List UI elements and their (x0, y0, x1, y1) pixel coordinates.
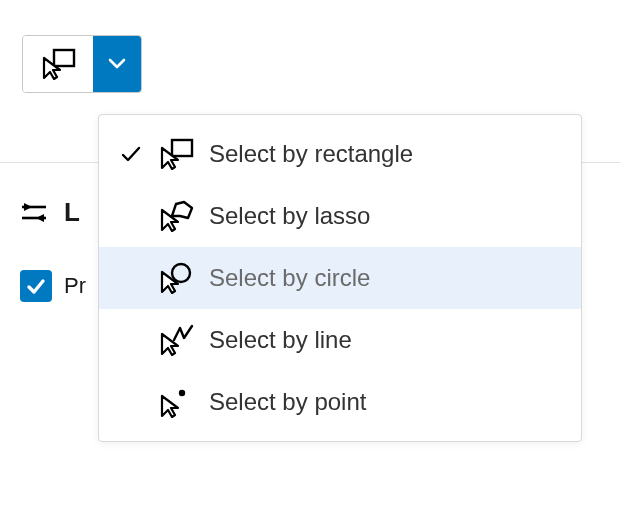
cursor-line-icon (151, 324, 201, 356)
cursor-circle-icon (151, 262, 201, 294)
menu-item-select-rectangle[interactable]: Select by rectangle (99, 123, 581, 185)
menu-item-select-line[interactable]: Select by line (99, 309, 581, 371)
layers-heading: L (64, 197, 80, 228)
menu-item-label: Select by line (201, 326, 352, 354)
menu-item-label: Select by lasso (201, 202, 370, 230)
check-icon (25, 275, 47, 297)
layer-item: Pr (20, 270, 86, 302)
menu-item-select-point[interactable]: Select by point (99, 371, 581, 433)
svg-rect-0 (54, 50, 74, 66)
select-tool-dropdown-button[interactable] (93, 36, 141, 92)
layer-checkbox[interactable] (20, 270, 52, 302)
menu-item-label: Select by point (201, 388, 366, 416)
cursor-rectangle-icon (40, 48, 76, 80)
menu-item-label: Select by circle (201, 264, 370, 292)
layer-label: Pr (64, 273, 86, 299)
select-tool-button[interactable] (23, 36, 93, 92)
cursor-lasso-icon (151, 200, 201, 232)
legend-icon (20, 201, 48, 225)
select-tool-split-button (22, 35, 142, 93)
menu-item-select-lasso[interactable]: Select by lasso (99, 185, 581, 247)
svg-marker-6 (172, 202, 192, 218)
select-tool-menu: Select by rectangle Select by lasso (98, 114, 582, 442)
svg-rect-5 (172, 140, 192, 156)
check-icon (111, 143, 151, 165)
svg-point-8 (179, 390, 185, 396)
svg-point-7 (172, 264, 190, 282)
layers-heading-row: L (20, 197, 80, 228)
menu-item-label: Select by rectangle (201, 140, 413, 168)
svg-marker-4 (36, 214, 44, 222)
chevron-down-icon (108, 58, 126, 70)
menu-item-select-circle[interactable]: Select by circle (99, 247, 581, 309)
cursor-point-icon (151, 386, 201, 418)
cursor-rectangle-icon (151, 138, 201, 170)
svg-marker-2 (24, 203, 32, 211)
